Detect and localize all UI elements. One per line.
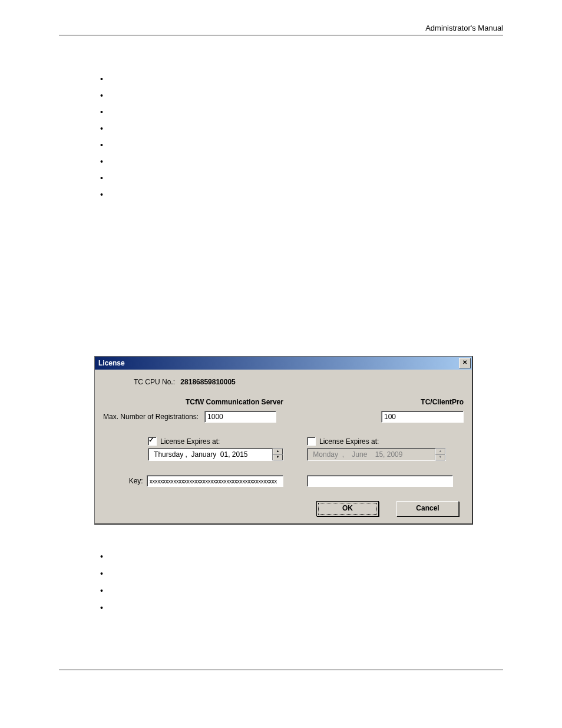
- page-footer-rule: [59, 670, 503, 682]
- expire-date-tcfw[interactable]: Thursday , January 01, 2015 ▲ ▼: [148, 448, 283, 461]
- top-bullet-list: [100, 71, 503, 203]
- date-spinner-clientpro: ▲ ▼: [435, 449, 445, 460]
- list-item: [100, 599, 503, 617]
- spin-down-icon[interactable]: ▼: [273, 454, 283, 460]
- cpu-value: 28186859810005: [180, 378, 235, 386]
- max-reg-label: Max. Number of Registrations:: [103, 413, 199, 421]
- expire-date-text-clientpro: Monday , June 15, 2009: [308, 449, 435, 460]
- list-item: [100, 548, 503, 565]
- key-input-clientpro[interactable]: [307, 475, 453, 487]
- date-spinner-tcfw: ▲ ▼: [272, 449, 283, 460]
- spin-up-icon[interactable]: ▲: [273, 449, 283, 454]
- cpu-label: TC CPU No.:: [134, 378, 175, 386]
- list-item: [100, 137, 503, 153]
- page-header: Administrator's Manual: [59, 24, 503, 35]
- list-item: [100, 87, 503, 104]
- key-label: Key:: [103, 477, 143, 485]
- ok-button[interactable]: OK: [316, 501, 379, 516]
- max-reg-input-tcfw[interactable]: [204, 411, 276, 423]
- expire-label-tcfw: License Expires at:: [160, 437, 220, 446]
- expire-checkbox-clientpro[interactable]: [307, 437, 316, 446]
- spin-down-icon: ▼: [435, 454, 445, 460]
- expire-label-clientpro: License Expires at:: [319, 437, 379, 446]
- cpu-row: TC CPU No.: 28186859810005: [134, 378, 464, 386]
- list-item: [100, 153, 503, 170]
- expire-date-text-tcfw: Thursday , January 01, 2015: [148, 449, 272, 460]
- bottom-bullet-list: [100, 548, 503, 617]
- list-item: [100, 71, 503, 87]
- close-button[interactable]: ✕: [459, 358, 471, 368]
- clientpro-title: TC/ClientPro: [307, 398, 464, 406]
- list-item: [100, 582, 503, 599]
- list-item: [100, 104, 503, 120]
- list-item: [100, 170, 503, 186]
- max-reg-input-clientpro[interactable]: [381, 411, 464, 423]
- dialog-title: License: [98, 359, 459, 367]
- dialog-titlebar[interactable]: License ✕: [95, 357, 472, 370]
- spin-up-icon: ▲: [435, 449, 445, 454]
- tcfw-title: TCfW Communication Server: [103, 398, 283, 406]
- list-item: [100, 186, 503, 203]
- tcfw-column: TCfW Communication Server Max. Number of…: [103, 398, 295, 487]
- cancel-button[interactable]: Cancel: [396, 501, 459, 516]
- license-dialog: License ✕ TC CPU No.: 28186859810005 TCf…: [94, 356, 473, 525]
- header-title: Administrator's Manual: [425, 24, 503, 32]
- expire-checkbox-tcfw[interactable]: [148, 437, 157, 446]
- clientpro-column: TC/ClientPro License Expires at: Monday …: [295, 398, 464, 487]
- key-input-tcfw[interactable]: [147, 475, 283, 487]
- close-icon: ✕: [462, 359, 467, 365]
- expire-date-clientpro: Monday , June 15, 2009 ▲ ▼: [307, 448, 446, 461]
- list-item: [100, 120, 503, 137]
- list-item: [100, 565, 503, 582]
